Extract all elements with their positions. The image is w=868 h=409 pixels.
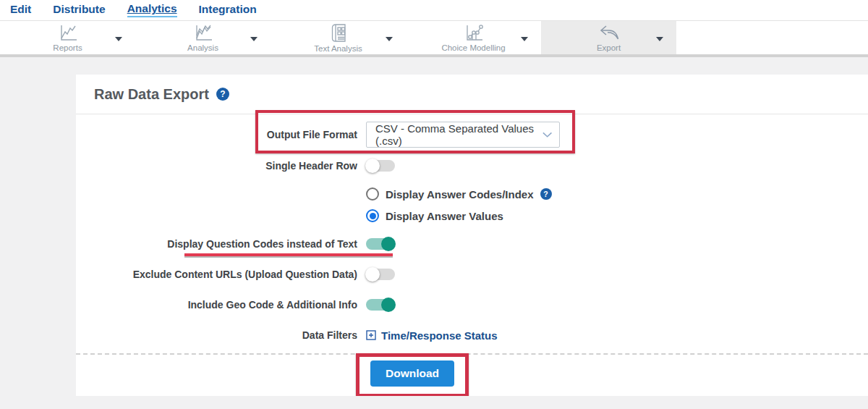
analysis-multiline-chart-icon: [192, 24, 214, 42]
export-settings-form: Output File Format CSV - Comma Separated…: [76, 114, 868, 342]
question-codes-row: Display Question Codes instead of Text: [76, 237, 868, 250]
toolbar-item-label: Analysis: [187, 43, 218, 52]
exclude-urls-label: Exclude Content URLs (Upload Question Da…: [76, 268, 357, 281]
radio-answer-values[interactable]: Display Answer Values: [366, 208, 552, 223]
exclude-urls-row: Exclude Content URLs (Upload Question Da…: [76, 268, 868, 281]
geo-code-row: Include Geo Code & Additional Info: [76, 298, 868, 311]
download-area: Download: [356, 353, 868, 396]
toggle-knob: [381, 298, 396, 312]
geo-code-toggle[interactable]: [366, 299, 395, 311]
nav-item-edit[interactable]: Edit: [10, 4, 31, 17]
download-button[interactable]: Download: [370, 360, 454, 387]
answer-display-row: Display Answer Codes/Index ? Display Ans…: [76, 187, 868, 223]
page-title: Raw Data Export: [94, 86, 209, 103]
export-arrow-icon: [598, 24, 620, 42]
data-filters-row: Data Filters Time/Response Status: [76, 329, 868, 342]
plus-square-icon: [366, 330, 376, 340]
chevron-down-icon[interactable]: [386, 37, 393, 41]
toolbar-item-reports[interactable]: Reports: [0, 21, 135, 54]
radio-answer-codes[interactable]: Display Answer Codes/Index ?: [366, 187, 552, 201]
text-analysis-document-icon: [329, 23, 348, 43]
chevron-down-icon[interactable]: [656, 37, 663, 41]
question-codes-toggle[interactable]: [366, 238, 395, 250]
toggle-knob: [381, 237, 396, 251]
chevron-down-icon[interactable]: [250, 37, 258, 41]
toolbar-item-label: Reports: [53, 43, 82, 52]
time-response-status-link[interactable]: Time/Response Status: [366, 329, 498, 342]
output-format-label: Output File Format: [76, 128, 357, 141]
toolbar-item-label: Choice Modelling: [441, 43, 505, 52]
help-icon[interactable]: ?: [216, 88, 229, 101]
radio-label[interactable]: Display Answer Codes/Index: [386, 188, 534, 201]
single-header-label: Single Header Row: [76, 159, 357, 172]
annotation-box-download: Download: [356, 353, 469, 396]
data-filters-label: Data Filters: [76, 329, 357, 342]
toolbar-item-export[interactable]: Export: [541, 21, 676, 54]
toggle-knob: [365, 267, 380, 282]
radio-button[interactable]: [366, 187, 379, 201]
chevron-down-icon[interactable]: [521, 37, 528, 41]
output-format-value: CSV - Comma Separated Values (.csv): [375, 122, 542, 147]
toolbar-item-label: Text Analysis: [314, 44, 362, 53]
single-header-row: Single Header Row: [76, 159, 868, 172]
geo-code-label: Include Geo Code & Additional Info: [76, 298, 357, 311]
nav-item-integration[interactable]: Integration: [199, 4, 257, 17]
radio-label[interactable]: Display Answer Values: [386, 210, 503, 222]
question-codes-label: Display Question Codes instead of Text: [76, 237, 357, 250]
reports-line-chart-icon: [57, 24, 79, 42]
app-screen: Edit Distribute Analytics Integration Re…: [0, 0, 868, 409]
help-icon[interactable]: ?: [540, 188, 552, 200]
toolbar-item-choice-modelling[interactable]: Choice Modelling: [406, 21, 541, 54]
output-format-row: Output File Format CSV - Comma Separated…: [76, 122, 868, 148]
annotation-underline-question-codes: [184, 253, 393, 256]
toggle-knob: [365, 159, 380, 173]
analytics-toolbar: Reports Analysis Text Analysis: [0, 21, 868, 57]
exclude-urls-toggle[interactable]: [366, 269, 395, 280]
toolbar-item-label: Export: [597, 43, 621, 52]
panel-header: Raw Data Export ?: [76, 75, 868, 114]
answer-display-radio-group: Display Answer Codes/Index ? Display Ans…: [366, 187, 552, 223]
nav-item-distribute[interactable]: Distribute: [53, 4, 105, 17]
output-format-select[interactable]: CSV - Comma Separated Values (.csv): [366, 122, 560, 148]
time-response-status-label: Time/Response Status: [381, 329, 498, 342]
single-header-toggle[interactable]: [366, 160, 395, 172]
nav-item-analytics[interactable]: Analytics: [127, 3, 177, 17]
toolbar-item-text-analysis[interactable]: Text Analysis: [271, 21, 406, 54]
choice-modelling-scatter-icon: [464, 24, 484, 42]
chevron-down-icon[interactable]: [115, 37, 122, 41]
top-navigation: Edit Distribute Analytics Integration: [0, 0, 868, 21]
chevron-down-icon: [542, 132, 552, 138]
raw-data-export-panel: Raw Data Export ? Output File Format CSV…: [76, 75, 868, 396]
radio-button[interactable]: [366, 209, 379, 222]
toolbar-item-analysis[interactable]: Analysis: [135, 21, 271, 54]
